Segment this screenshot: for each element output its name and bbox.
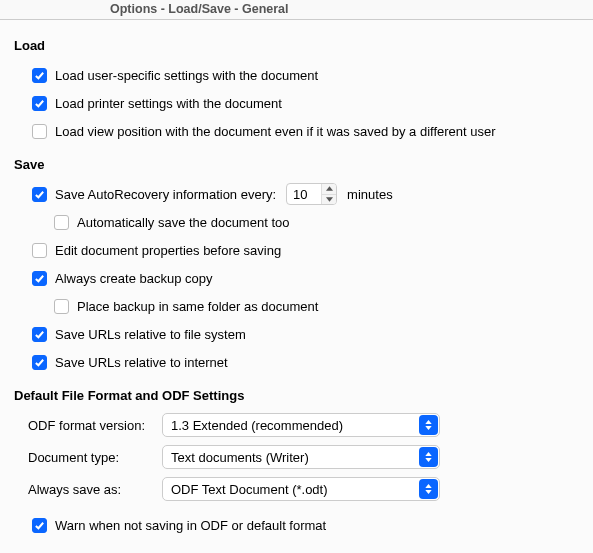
load-printer-settings-checkbox[interactable] (32, 96, 47, 111)
load-user-settings-checkbox[interactable] (32, 68, 47, 83)
backup-copy-label: Always create backup copy (55, 271, 213, 286)
edit-props-label: Edit document properties before saving (55, 243, 281, 258)
backup-same-folder-row[interactable]: Place backup in same folder as document (14, 294, 579, 318)
doc-type-label: Document type: (14, 450, 162, 465)
section-save-title: Save (14, 157, 579, 172)
backup-same-folder-label: Place backup in same folder as document (77, 299, 318, 314)
save-autorecovery-row[interactable]: Save AutoRecovery information every: 10 … (14, 182, 579, 206)
dialog-title: Options - Load/Save - General (0, 2, 593, 16)
backup-copy-row[interactable]: Always create backup copy (14, 266, 579, 290)
url-internet-label: Save URLs relative to internet (55, 355, 228, 370)
odf-version-row: ODF format version: 1.3 Extended (recomm… (14, 413, 579, 437)
odf-version-label: ODF format version: (14, 418, 162, 433)
autorecovery-unit: minutes (347, 187, 393, 202)
edit-props-checkbox[interactable] (32, 243, 47, 258)
url-internet-checkbox[interactable] (32, 355, 47, 370)
save-autorecovery-label: Save AutoRecovery information every: (55, 187, 276, 202)
url-file-checkbox[interactable] (32, 327, 47, 342)
odf-version-value: 1.3 Extended (recommended) (171, 418, 343, 433)
chevron-updown-icon (419, 415, 438, 435)
spinner-buttons[interactable] (321, 184, 336, 204)
load-view-position-checkbox[interactable] (32, 124, 47, 139)
always-save-label: Always save as: (14, 482, 162, 497)
section-load-title: Load (14, 38, 579, 53)
auto-save-doc-checkbox[interactable] (54, 215, 69, 230)
auto-save-doc-label: Automatically save the document too (77, 215, 289, 230)
url-file-row[interactable]: Save URLs relative to file system (14, 322, 579, 346)
section-format-title: Default File Format and ODF Settings (14, 388, 579, 403)
auto-save-doc-row[interactable]: Automatically save the document too (14, 210, 579, 234)
autorecovery-value[interactable]: 10 (287, 187, 321, 202)
load-user-settings-label: Load user-specific settings with the doc… (55, 68, 318, 83)
warn-odf-label: Warn when not saving in ODF or default f… (55, 518, 326, 533)
load-printer-settings-label: Load printer settings with the document (55, 96, 282, 111)
spinner-down-icon[interactable] (322, 195, 336, 205)
load-view-position-row[interactable]: Load view position with the document eve… (14, 119, 579, 143)
backup-same-folder-checkbox[interactable] (54, 299, 69, 314)
url-file-label: Save URLs relative to file system (55, 327, 246, 342)
chevron-updown-icon (419, 479, 438, 499)
chevron-updown-icon (419, 447, 438, 467)
load-view-position-label: Load view position with the document eve… (55, 124, 496, 139)
warn-odf-checkbox[interactable] (32, 518, 47, 533)
always-save-value: ODF Text Document (*.odt) (171, 482, 328, 497)
dialog-content: Load Load user-specific settings with th… (0, 20, 593, 537)
save-autorecovery-checkbox[interactable] (32, 187, 47, 202)
doc-type-row: Document type: Text documents (Writer) (14, 445, 579, 469)
load-user-settings-row[interactable]: Load user-specific settings with the doc… (14, 63, 579, 87)
url-internet-row[interactable]: Save URLs relative to internet (14, 350, 579, 374)
odf-version-select[interactable]: 1.3 Extended (recommended) (162, 413, 440, 437)
dialog-header: Options - Load/Save - General (0, 0, 593, 20)
always-save-row: Always save as: ODF Text Document (*.odt… (14, 477, 579, 501)
always-save-select[interactable]: ODF Text Document (*.odt) (162, 477, 440, 501)
backup-copy-checkbox[interactable] (32, 271, 47, 286)
load-printer-settings-row[interactable]: Load printer settings with the document (14, 91, 579, 115)
autorecovery-spinner[interactable]: 10 (286, 183, 337, 205)
spinner-up-icon[interactable] (322, 184, 336, 195)
warn-odf-row[interactable]: Warn when not saving in ODF or default f… (14, 513, 579, 537)
doc-type-select[interactable]: Text documents (Writer) (162, 445, 440, 469)
doc-type-value: Text documents (Writer) (171, 450, 309, 465)
edit-props-row[interactable]: Edit document properties before saving (14, 238, 579, 262)
